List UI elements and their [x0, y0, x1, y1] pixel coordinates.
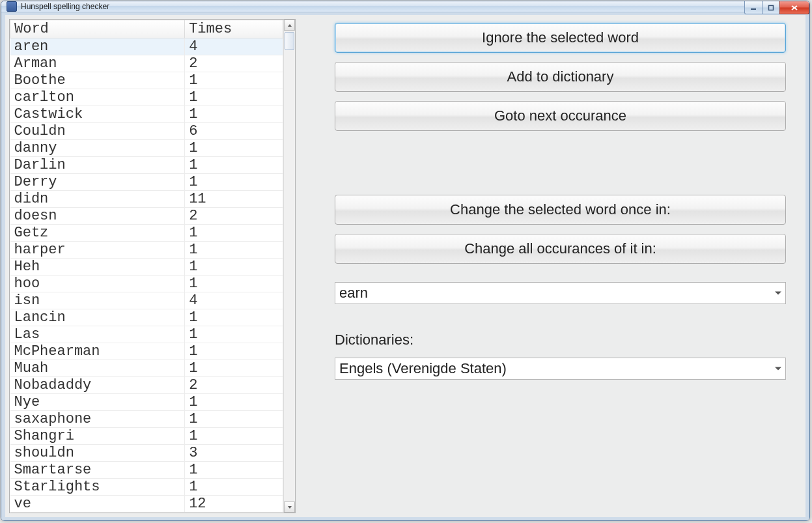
cell-word: shouldn — [10, 445, 185, 462]
cell-word: Starlights — [10, 479, 185, 496]
chevron-down-icon — [287, 505, 292, 510]
table-row[interactable]: saxaphone1 — [10, 411, 283, 428]
cell-times: 1 — [185, 394, 283, 411]
suggestion-combo[interactable]: earn — [335, 282, 786, 304]
cell-times: 1 — [185, 276, 283, 292]
svg-rect-1 — [769, 5, 774, 10]
close-button[interactable] — [779, 1, 809, 14]
words-table[interactable]: Word Times aren4Arman2Boothe1carlton1Cas… — [10, 20, 283, 513]
cell-word: Shangri — [10, 428, 185, 445]
cell-word: Muah — [10, 360, 185, 377]
dropdown-arrow-icon — [775, 367, 781, 371]
table-row[interactable]: Boothe1 — [10, 72, 283, 89]
column-header-times[interactable]: Times — [185, 20, 283, 38]
cell-times: 11 — [185, 191, 283, 208]
suggestion-value: earn — [339, 285, 368, 302]
cell-word: Smartarse — [10, 462, 185, 479]
table-row[interactable]: McPhearman1 — [10, 343, 283, 360]
cell-word: carlton — [10, 89, 185, 106]
table-row[interactable]: Smartarse1 — [10, 462, 283, 479]
table-row[interactable]: Lancin1 — [10, 309, 283, 326]
table-row[interactable]: Muah1 — [10, 360, 283, 377]
cell-times: 1 — [185, 360, 283, 377]
cell-times: 1 — [185, 140, 283, 157]
app-window: Hunspell spelling checker Word — [1, 1, 810, 521]
table-row[interactable]: Starlights1 — [10, 479, 283, 496]
table-scrollbar[interactable] — [283, 20, 295, 513]
table-row[interactable]: Shangri1 — [10, 428, 283, 445]
dictionaries-value: Engels (Verenigde Staten) — [339, 360, 507, 377]
cell-word: Castwick — [10, 106, 185, 123]
table-row[interactable]: Derry1 — [10, 174, 283, 191]
svg-marker-5 — [288, 506, 292, 509]
table-row[interactable]: Arman2 — [10, 55, 283, 72]
cell-times: 12 — [185, 496, 283, 513]
cell-word: Lancin — [10, 309, 185, 326]
table-row[interactable]: Nye1 — [10, 394, 283, 411]
column-header-word[interactable]: Word — [10, 20, 185, 38]
goto-next-button[interactable]: Goto next occurance — [335, 101, 786, 131]
table-row[interactable]: Darlin1 — [10, 157, 283, 174]
words-table-container: Word Times aren4Arman2Boothe1carlton1Cas… — [9, 19, 296, 513]
table-row[interactable]: Getz1 — [10, 225, 283, 242]
cell-word: isn — [10, 292, 185, 309]
cell-word: Heh — [10, 259, 185, 276]
cell-times: 1 — [185, 242, 283, 259]
cell-word: Derry — [10, 174, 185, 191]
change-all-button[interactable]: Change all occurances of it in: — [335, 234, 786, 264]
spacer — [335, 140, 786, 186]
table-row[interactable]: aren4 — [10, 38, 283, 55]
cell-times: 1 — [185, 174, 283, 191]
maximize-button[interactable] — [762, 1, 780, 14]
table-row[interactable]: Nobadaddy2 — [10, 377, 283, 394]
cell-times: 1 — [185, 225, 283, 242]
table-row[interactable]: harper1 — [10, 242, 283, 259]
table-row[interactable]: didn11 — [10, 191, 283, 208]
scroll-up-button[interactable] — [284, 20, 295, 31]
table-row[interactable]: danny1 — [10, 140, 283, 157]
table-row[interactable]: Couldn6 — [10, 123, 283, 140]
cell-word: Darlin — [10, 157, 185, 174]
cell-word: ve — [10, 496, 185, 513]
cell-word: hoo — [10, 276, 185, 292]
title-bar[interactable]: Hunspell spelling checker — [1, 1, 809, 12]
cell-word: saxaphone — [10, 411, 185, 428]
table-row[interactable]: ve12 — [10, 496, 283, 513]
table-row[interactable]: doesn2 — [10, 208, 283, 225]
cell-times: 6 — [185, 123, 283, 140]
cell-times: 4 — [185, 292, 283, 309]
window-title: Hunspell spelling checker — [21, 2, 109, 11]
table-row[interactable]: shouldn3 — [10, 445, 283, 462]
scroll-down-button[interactable] — [284, 502, 295, 513]
table-row[interactable]: Heh1 — [10, 259, 283, 276]
cell-times: 1 — [185, 106, 283, 123]
table-row[interactable]: hoo1 — [10, 276, 283, 292]
words-table-body: Word Times aren4Arman2Boothe1carlton1Cas… — [10, 20, 283, 513]
cell-times: 1 — [185, 343, 283, 360]
table-row[interactable]: isn4 — [10, 292, 283, 309]
cell-times: 1 — [185, 479, 283, 496]
cell-word: didn — [10, 191, 185, 208]
cell-times: 1 — [185, 72, 283, 89]
change-once-button[interactable]: Change the selected word once in: — [335, 195, 786, 225]
minimize-icon — [750, 5, 757, 11]
cell-times: 2 — [185, 55, 283, 72]
cell-times: 4 — [185, 38, 283, 55]
table-row[interactable]: Castwick1 — [10, 106, 283, 123]
svg-marker-4 — [288, 24, 292, 27]
cell-times: 1 — [185, 428, 283, 445]
cell-times: 1 — [185, 309, 283, 326]
dictionaries-combo[interactable]: Engels (Verenigde Staten) — [335, 358, 786, 380]
cell-times: 1 — [185, 411, 283, 428]
cell-word: Nye — [10, 394, 185, 411]
cell-times: 1 — [185, 326, 283, 343]
ignore-button[interactable]: Ignore the selected word — [335, 23, 786, 53]
add-to-dictionary-button[interactable]: Add to dictionary — [335, 62, 786, 92]
scroll-thumb[interactable] — [285, 32, 294, 50]
cell-times: 1 — [185, 157, 283, 174]
table-row[interactable]: Las1 — [10, 326, 283, 343]
cell-times: 1 — [185, 259, 283, 276]
table-row[interactable]: carlton1 — [10, 89, 283, 106]
minimize-button[interactable] — [744, 1, 763, 14]
cell-word: Arman — [10, 55, 185, 72]
